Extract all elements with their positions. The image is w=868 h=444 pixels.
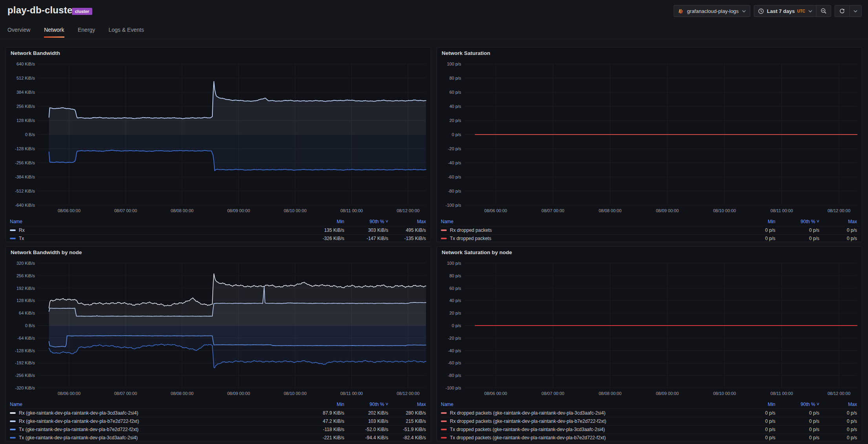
tab-network[interactable]: Network: [44, 27, 64, 38]
y-axis-tick-label: 384 KiB/s: [16, 90, 35, 95]
y-axis-tick-label: 256 KiB/s: [16, 104, 35, 109]
datasource-picker[interactable]: grafanacloud-play-logs: [674, 5, 750, 17]
x-axis-tick-label: 08/08 00:00: [599, 391, 621, 396]
refresh-button[interactable]: [835, 5, 849, 16]
time-series-chart[interactable]: 320 KiB/s256 KiB/s192 KiB/s128 KiB/s64 K…: [7, 258, 429, 398]
legend-series-name[interactable]: Tx: [10, 236, 303, 241]
legend-header-name[interactable]: Name: [441, 402, 734, 407]
y-axis-tick-label: 512 KiB/s: [16, 76, 35, 80]
legend-series-name[interactable]: Rx: [10, 227, 303, 233]
legend-stat-value: 0 p/s: [734, 227, 778, 233]
legend-header-min[interactable]: Min: [303, 219, 347, 224]
legend-stat-value: 0 p/s: [734, 435, 778, 440]
legend-row: Tx-326 KiB/s-147 KiB/s-135 KiB/s: [10, 234, 428, 242]
y-axis-tick-label: 40 p/s: [450, 298, 461, 303]
legend-series-name[interactable]: Tx dropped packets (gke-raintank-dev-pla…: [441, 435, 734, 440]
y-axis-tick-label: -512 KiB/s: [15, 189, 35, 193]
cluster-badge: cluster: [72, 8, 92, 15]
series-color-marker-icon: [441, 229, 447, 231]
legend-stat-value: 47.2 KiB/s: [303, 419, 347, 424]
legend-series-name[interactable]: Rx dropped packets (gke-raintank-dev-pla…: [441, 419, 734, 424]
legend-header-max[interactable]: Max: [822, 402, 859, 407]
legend-stat-value: 0 p/s: [778, 435, 822, 440]
legend-table: NameMin90th % ˅MaxRx (gke-raintank-dev-p…: [6, 400, 431, 442]
time-range-picker[interactable]: Last 7 days UTC: [754, 5, 816, 16]
legend-header-min[interactable]: Min: [734, 402, 778, 407]
legend-stat-value: 0 p/s: [734, 410, 778, 416]
x-axis-tick-label: 08/07 00:00: [114, 391, 137, 396]
panel-title[interactable]: Network Bandwidth: [6, 47, 431, 59]
legend-row: Rx (gke-raintank-dev-pla-raintank-dev-pl…: [10, 417, 428, 425]
legend-stat-value: 280 KiB/s: [391, 410, 428, 416]
y-axis-tick-label: -20 p/s: [448, 146, 461, 151]
legend-header-90th[interactable]: 90th % ˅: [778, 219, 822, 224]
legend-header-90th[interactable]: 90th % ˅: [347, 219, 391, 224]
legend-header-max[interactable]: Max: [391, 219, 428, 224]
page-title: play-db-cluster: [7, 5, 76, 16]
legend-table: NameMin90th % ˅MaxRx135 KiB/s303 KiB/s49…: [6, 217, 431, 242]
y-axis-tick-label: -100 p/s: [446, 386, 461, 390]
x-axis-tick-label: 08/06 00:00: [58, 391, 80, 396]
legend-series-name[interactable]: Rx dropped packets: [441, 227, 734, 233]
series-color-marker-icon: [10, 420, 16, 422]
y-axis-tick-label: -128 KiB/s: [15, 146, 35, 151]
x-axis-tick-label: 08/06 00:00: [484, 391, 507, 396]
legend-series-name[interactable]: Tx dropped packets (gke-raintank-dev-pla…: [441, 427, 734, 432]
time-series-chart[interactable]: 100 p/s80 p/s60 p/s40 p/s20 p/s0 p/s-20 …: [439, 258, 860, 398]
legend-header-90th[interactable]: 90th % ˅: [347, 402, 391, 407]
legend-stat-value: 87.9 KiB/s: [303, 410, 347, 416]
legend-series-name[interactable]: Tx (gke-raintank-dev-pla-raintank-dev-pl…: [10, 435, 303, 440]
panel-title[interactable]: Network Saturation: [437, 47, 862, 59]
panel-title[interactable]: Network Saturation by node: [437, 247, 862, 258]
legend-series-name[interactable]: Rx dropped packets (gke-raintank-dev-pla…: [441, 410, 734, 416]
legend-stat-value: 0 p/s: [734, 427, 778, 432]
legend-stat-value: -221 KiB/s: [303, 435, 347, 440]
y-axis-tick-label: -320 KiB/s: [15, 386, 35, 390]
series-color-marker-icon: [10, 229, 16, 231]
panel-network-saturation: Network Saturation100 p/s80 p/s60 p/s40 …: [437, 47, 862, 242]
legend-stat-value: 0 p/s: [822, 427, 859, 432]
legend-header-name[interactable]: Name: [441, 219, 734, 224]
x-axis-tick-label: 08/07 00:00: [114, 208, 137, 213]
legend-stat-value: 215 KiB/s: [391, 419, 428, 424]
time-series-chart[interactable]: 100 p/s80 p/s60 p/s40 p/s20 p/s0 p/s-20 …: [439, 59, 860, 215]
x-axis-tick-label: 08/12 00:00: [397, 208, 419, 213]
x-axis-tick-label: 08/10 00:00: [713, 391, 736, 396]
tab-logs-events[interactable]: Logs & Events: [108, 27, 144, 38]
legend-row: Rx dropped packets (gke-raintank-dev-pla…: [441, 409, 859, 417]
x-axis-tick-label: 08/12 00:00: [397, 391, 419, 396]
series-color-marker-icon: [441, 420, 447, 422]
chevron-down-icon: [853, 10, 857, 13]
legend-series-name[interactable]: Rx (gke-raintank-dev-pla-raintank-dev-pl…: [10, 419, 303, 424]
legend-header-min[interactable]: Min: [303, 402, 347, 407]
y-axis-tick-label: 64 KiB/s: [19, 311, 35, 315]
legend-header-name[interactable]: Name: [10, 219, 303, 224]
panel-title[interactable]: Network Bandwidth by node: [6, 247, 431, 258]
legend-stat-value: -147 KiB/s: [347, 236, 391, 241]
y-axis-tick-label: -80 p/s: [448, 189, 461, 193]
tab-energy[interactable]: Energy: [78, 27, 95, 38]
time-picker-group: Last 7 days UTC: [754, 5, 831, 17]
x-axis-tick-label: 08/10 00:00: [284, 391, 307, 396]
refresh-interval-dropdown[interactable]: [849, 5, 861, 16]
series-color-marker-icon: [10, 238, 16, 239]
legend-header-name[interactable]: Name: [10, 402, 303, 407]
magnifier-minus-icon: [820, 8, 827, 14]
legend-header-max[interactable]: Max: [822, 219, 859, 224]
dashboard-tab-bar: OverviewNetworkEnergyLogs & Events: [0, 24, 868, 39]
legend-header-max[interactable]: Max: [391, 402, 428, 407]
legend-series-name[interactable]: Tx (gke-raintank-dev-pla-raintank-dev-pl…: [10, 427, 303, 432]
legend-stat-value: 0 p/s: [822, 435, 859, 440]
legend-series-name[interactable]: Rx (gke-raintank-dev-pla-raintank-dev-pl…: [10, 410, 303, 416]
time-series-chart[interactable]: 640 KiB/s512 KiB/s384 KiB/s256 KiB/s128 …: [7, 59, 429, 215]
zoom-out-button[interactable]: [816, 5, 831, 16]
tab-overview[interactable]: Overview: [7, 27, 30, 38]
series-color-marker-icon: [10, 437, 16, 439]
x-axis-tick-label: 08/07 00:00: [541, 391, 564, 396]
legend-series-name[interactable]: Tx dropped packets: [441, 236, 734, 241]
legend-header-90th[interactable]: 90th % ˅: [778, 402, 822, 407]
legend-header-min[interactable]: Min: [734, 219, 778, 224]
legend-stat-value: 0 p/s: [734, 236, 778, 241]
y-axis-tick-label: 80 p/s: [450, 76, 461, 80]
timezone-label: UTC: [797, 9, 805, 13]
